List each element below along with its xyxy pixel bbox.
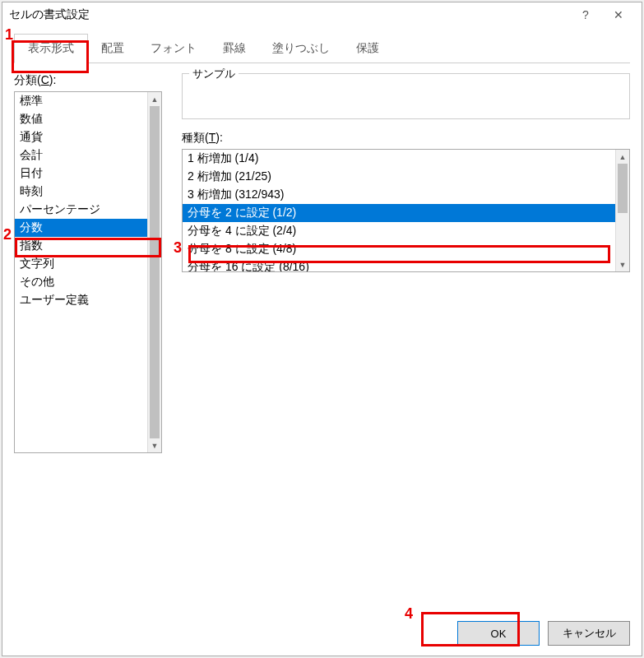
category-item[interactable]: 通貨 (15, 128, 161, 146)
category-label-accel: C (41, 73, 49, 86)
scroll-up-icon[interactable]: ▲ (148, 92, 161, 106)
type-label-pre: 種類( (182, 131, 209, 144)
category-label: 分類(C): (14, 73, 162, 88)
scroll-down-icon[interactable]: ▼ (148, 438, 161, 452)
category-item[interactable]: 会計 (15, 146, 161, 164)
left-panel: 分類(C): 標準数値通貨会計日付時刻パーセンテージ分数指数文字列その他ユーザー… (14, 73, 162, 453)
sample-box: サンプル (182, 73, 630, 119)
type-item[interactable]: 2 桁増加 (21/25) (183, 168, 629, 186)
tab-4[interactable]: 塗りつぶし (259, 35, 343, 63)
category-label-pre: 分類( (14, 73, 41, 86)
tab-5[interactable]: 保護 (343, 35, 392, 63)
scroll-up-icon[interactable]: ▲ (616, 150, 629, 164)
type-item[interactable]: 分母を 8 に設定 (4/8) (183, 240, 629, 258)
type-label-accel: T (209, 131, 216, 144)
footer: OK キャンセル (457, 621, 630, 646)
titlebar: セルの書式設定 ? ✕ (2, 2, 642, 27)
category-item[interactable]: 標準 (15, 92, 161, 110)
close-button[interactable]: ✕ (602, 8, 635, 21)
tab-0[interactable]: 表示形式 (14, 34, 88, 63)
tab-3[interactable]: 罫線 (210, 35, 259, 63)
scrollbar[interactable]: ▲ ▼ (147, 92, 161, 452)
category-item[interactable]: パーセンテージ (15, 201, 161, 219)
tab-2[interactable]: フォント (137, 35, 210, 63)
window-title: セルの書式設定 (9, 7, 569, 22)
tab-1[interactable]: 配置 (88, 35, 137, 63)
type-label-post: ): (215, 131, 223, 144)
category-item[interactable]: 数値 (15, 110, 161, 128)
category-item[interactable]: 分数 (15, 219, 161, 237)
category-item[interactable]: 時刻 (15, 183, 161, 201)
cancel-button[interactable]: キャンセル (548, 621, 630, 646)
category-item[interactable]: 日付 (15, 164, 161, 183)
scrollbar[interactable]: ▲ ▼ (615, 150, 629, 271)
type-label: 種類(T): (182, 131, 630, 146)
sample-label: サンプル (189, 67, 239, 81)
right-panel: サンプル 種類(T): 1 桁増加 (1/4)2 桁増加 (21/25)3 桁増… (182, 73, 630, 453)
category-item[interactable]: その他 (15, 273, 161, 291)
type-item[interactable]: 分母を 2 に設定 (1/2) (183, 204, 629, 222)
scroll-down-icon[interactable]: ▼ (616, 257, 629, 271)
category-item[interactable]: 文字列 (15, 255, 161, 273)
category-item[interactable]: 指数 (15, 237, 161, 255)
category-label-post: ): (49, 73, 57, 86)
type-item[interactable]: 1 桁増加 (1/4) (183, 150, 629, 168)
help-button[interactable]: ? (569, 8, 602, 21)
scroll-thumb[interactable] (150, 106, 160, 438)
dialog-window: セルの書式設定 ? ✕ 表示形式配置フォント罫線塗りつぶし保護 分類(C): 標… (2, 2, 642, 656)
tab-bar: 表示形式配置フォント罫線塗りつぶし保護 (14, 34, 630, 63)
type-item[interactable]: 分母を 16 に設定 (8/16) (183, 258, 629, 271)
type-listbox[interactable]: 1 桁増加 (1/4)2 桁増加 (21/25)3 桁増加 (312/943)分… (182, 149, 630, 272)
scroll-thumb[interactable] (618, 164, 628, 213)
category-listbox[interactable]: 標準数値通貨会計日付時刻パーセンテージ分数指数文字列その他ユーザー定義 ▲ ▼ (14, 91, 162, 453)
category-item[interactable]: ユーザー定義 (15, 291, 161, 309)
type-item[interactable]: 3 桁増加 (312/943) (183, 186, 629, 204)
content-area: 分類(C): 標準数値通貨会計日付時刻パーセンテージ分数指数文字列その他ユーザー… (2, 63, 642, 463)
ok-button[interactable]: OK (457, 621, 540, 646)
type-item[interactable]: 分母を 4 に設定 (2/4) (183, 222, 629, 240)
